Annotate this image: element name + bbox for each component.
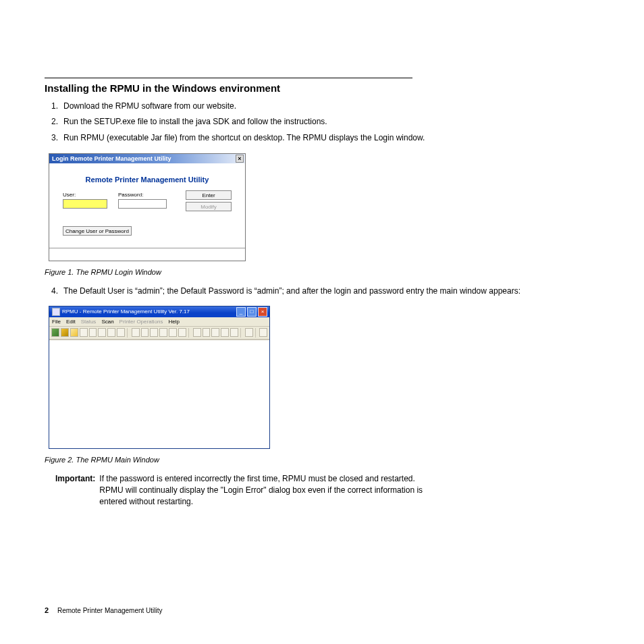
figure-2-caption: Figure 2. The RPMU Main Window	[45, 456, 599, 464]
step-3: Run RPMU (executable Jar file) from the …	[63, 132, 599, 144]
important-text: If the password is entered incorrectly t…	[99, 473, 430, 508]
page-footer: 2 Remote Printer Management Utility	[45, 606, 163, 614]
menu-printer-operations[interactable]: Printer Operations	[119, 319, 163, 325]
toolbar-icon[interactable]	[159, 328, 167, 337]
user-label: User:	[63, 192, 107, 198]
section-rule	[45, 78, 412, 78]
toolbar-icon[interactable]	[203, 328, 211, 337]
login-titlebar: Login Remote Printer Management Utility …	[49, 154, 245, 163]
main-client-area	[49, 340, 269, 448]
figure-1-caption: Figure 1. The RPMU Login Window	[45, 268, 599, 276]
toolbar-separator	[255, 328, 258, 338]
toolbar-icon[interactable]	[117, 328, 125, 337]
toolbar-icon[interactable]	[70, 328, 78, 337]
page-number: 2	[45, 606, 49, 614]
toolbar-icon[interactable]	[61, 328, 69, 337]
toolbar-icon[interactable]	[193, 328, 201, 337]
login-window-screenshot: Login Remote Printer Management Utility …	[49, 153, 246, 261]
toolbar-icon[interactable]	[169, 328, 177, 337]
toolbar-icon[interactable]	[230, 328, 238, 337]
toolbar-icon[interactable]	[141, 328, 149, 337]
toolbar-icon[interactable]	[80, 328, 88, 337]
toolbar-icon[interactable]	[259, 328, 267, 337]
maximize-icon[interactable]: □	[247, 307, 257, 317]
toolbar	[49, 327, 269, 340]
important-note: Important: If the password is entered in…	[55, 473, 599, 508]
menu-edit[interactable]: Edit	[66, 319, 76, 325]
important-label: Important:	[55, 473, 95, 508]
password-label: Password:	[118, 192, 167, 198]
step-2: Run the SETUP.exe file to install the ja…	[63, 116, 599, 128]
toolbar-icon[interactable]	[51, 328, 59, 337]
toolbar-separator	[188, 328, 191, 338]
main-titlebar-text: RPMU - Remote Printer Management Utility…	[62, 308, 190, 315]
app-icon	[52, 308, 60, 316]
menu-status[interactable]: Status	[81, 319, 97, 325]
section-heading: Installing the RPMU in the Windows envir…	[45, 82, 599, 94]
minimize-icon[interactable]: _	[236, 307, 246, 317]
toolbar-separator	[127, 328, 130, 338]
toolbar-icon[interactable]	[178, 328, 186, 337]
toolbar-icon[interactable]	[107, 328, 115, 337]
menu-file[interactable]: File	[52, 319, 61, 325]
toolbar-icon[interactable]	[98, 328, 106, 337]
toolbar-icon[interactable]	[132, 328, 140, 337]
toolbar-icon[interactable]	[89, 328, 97, 337]
menubar: File Edit Status Scan Printer Operations…	[49, 317, 269, 327]
toolbar-icon[interactable]	[150, 328, 158, 337]
step-1: Download the RPMU software from our webs…	[63, 101, 599, 112]
change-user-password-button[interactable]: Change User or Password	[63, 226, 132, 236]
main-titlebar: RPMU - Remote Printer Management Utility…	[49, 306, 269, 317]
enter-button[interactable]: Enter	[186, 190, 232, 200]
login-heading: Remote Printer Management Utility	[63, 176, 232, 184]
menu-help[interactable]: Help	[169, 319, 180, 325]
steps-list-1: Download the RPMU software from our webs…	[45, 101, 599, 144]
login-titlebar-text: Login Remote Printer Management Utility	[52, 155, 171, 162]
modify-button[interactable]: Modify	[186, 202, 232, 211]
toolbar-icon[interactable]	[221, 328, 229, 337]
close-icon[interactable]: ×	[236, 155, 244, 163]
toolbar-icon[interactable]	[211, 328, 219, 337]
steps-list-2: The Default User is “admin”; the Default…	[45, 286, 599, 297]
close-icon[interactable]: ×	[258, 307, 267, 317]
step-4: The Default User is “admin”; the Default…	[63, 286, 599, 297]
password-input[interactable]	[118, 199, 167, 209]
toolbar-separator	[240, 328, 243, 338]
menu-scan[interactable]: Scan	[101, 319, 113, 325]
main-window-screenshot: RPMU - Remote Printer Management Utility…	[49, 306, 270, 449]
footer-doc-title: Remote Printer Management Utility	[57, 607, 163, 614]
user-input[interactable]	[63, 199, 107, 209]
toolbar-icon[interactable]	[245, 328, 253, 337]
